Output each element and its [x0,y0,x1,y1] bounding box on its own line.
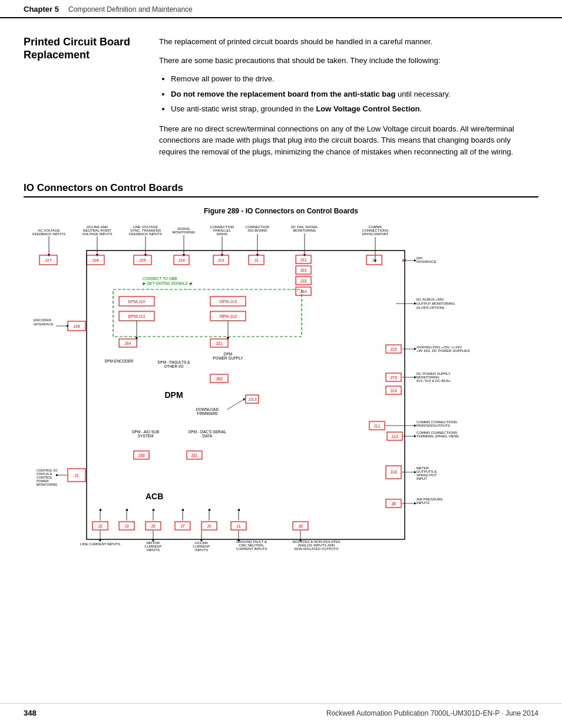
svg-text:DOWNLOAD: DOWNLOAD [196,407,219,411]
bullet-list: Remove all power to the drive. Do not re… [171,73,538,115]
svg-text:PRINTER/OUTPUTS: PRINTER/OUTPUTS [416,424,450,427]
svg-text:J16: J16 [390,470,396,474]
svg-text:(N OPS OPTION): (N OPS OPTION) [416,306,444,309]
svg-text:J30: J30 [138,453,144,457]
svg-text:DPM - DAC'S SERIAL: DPM - DAC'S SERIAL [189,430,227,434]
svg-text:CURRENT INPUTS: CURRENT INPUTS [236,547,267,551]
svg-text:J6: J6 [402,258,406,262]
svg-text:J11: J11 [373,424,380,428]
svg-text:XIO BOARD: XIO BOARD [247,229,267,232]
svg-text:J3: J3 [372,258,376,262]
svg-text:DRIVE: DRIVE [217,232,227,236]
svg-text:J28: J28 [73,324,80,328]
svg-text:INPUT: INPUT [416,477,427,480]
svg-text:J64: J64 [124,341,131,345]
svg-line-97 [227,399,244,410]
main-content: Printed Circuit Board Replacement The re… [0,18,562,182]
svg-text:DPM-J11: DPM-J11 [128,314,145,318]
svg-text:J14: J14 [390,388,396,393]
svg-text:DPM-J12: DPM-J12 [219,314,236,318]
footer-publication: Rockwell Automation Publication 7000L-UM… [326,709,538,717]
svg-text:DPM-ENCODER: DPM-ENCODER [104,359,133,363]
svg-text:J9: J9 [298,524,303,528]
bullet-2: Do not remove the replacement board from… [171,88,538,100]
svg-text:SYSTEM: SYSTEM [138,434,154,438]
svg-text:INPUTS: INPUTS [195,548,208,551]
svg-text:J23: J23 [217,258,224,262]
io-section: IO Connectors on Control Boards Figure 2… [0,182,562,569]
svg-text:J73: J73 [390,375,396,380]
svg-text:DATA: DATA [203,434,213,438]
bullet-3: Use anti-static wrist strap, grounded in… [171,103,538,115]
svg-text:J12: J12 [391,434,398,439]
io-diagram: AC VOLTAGE FEEDBACK INPUTS OCLINK AND NE… [28,221,534,551]
svg-text:DPM: DPM [224,352,232,356]
left-column: Printed Circuit Board Replacement [24,36,141,164]
svg-text:J7: J7 [180,524,185,528]
svg-text:J3: J3 [124,524,129,528]
svg-text:DPM - FASULTS &: DPM - FASULTS & [158,360,190,364]
section-heading: Printed Circuit Board Replacement [24,36,141,61]
svg-text:FEEDBACK INPUTS: FEEDBACK INPUTS [32,232,65,236]
svg-text:J82: J82 [216,377,222,381]
svg-text:J2: J2 [254,258,259,262]
body-para-1: The replacement of printed circuit board… [159,36,538,48]
header-chapter: Chapter 5 [24,5,59,14]
page-footer: 348 Rockwell Automation Publication 7000… [0,703,562,722]
svg-text:FIRMWARE: FIRMWARE [197,411,218,416]
svg-text:DC ACBUS +58V: DC ACBUS +58V [416,298,444,301]
page-container: Chapter 5 Component Definition and Maint… [0,0,562,728]
svg-text:VOLTAGE INPUTS: VOLTAGE INPUTS [82,232,112,236]
svg-text:MONITORING: MONITORING [37,483,58,486]
right-column: The replacement of printed circuit board… [159,36,538,164]
svg-text:DPM - AIO SUB: DPM - AIO SUB [132,430,159,434]
svg-text:NON-ISOLATED OUTPUTS: NON-ISOLATED OUTPUTS [295,547,339,551]
svg-text:OTHER I/O: OTHER I/O [164,364,183,368]
svg-text:J313: J313 [248,397,256,401]
svg-text:J15: J15 [390,347,396,351]
svg-text:FEEDBACK INPUTS: FEEDBACK INPUTS [129,232,162,236]
svg-text:POWER SUPPLY: POWER SUPPLY [213,356,243,360]
svg-text:+9V DIG, DC POWER SUPPLIES: +9V DIG, DC POWER SUPPLIES [416,349,470,353]
svg-text:J2: J2 [98,524,103,528]
page-header: Chapter 5 Component Definition and Maint… [0,0,562,18]
svg-text:J24: J24 [178,258,184,262]
header-title: Component Definition and Maintenance [68,5,193,14]
svg-text:J1: J1 [236,524,241,528]
svg-text:J84: J84 [300,289,306,294]
svg-text:J26: J26 [92,258,98,262]
svg-text:TERMINAL (PANEL VIEW): TERMINAL (PANEL VIEW) [416,434,459,438]
svg-text:J1: J1 [74,473,79,477]
svg-text:INTERFACE: INTERFACE [34,322,54,326]
io-section-heading: IO Connectors on Control Boards [24,182,538,197]
svg-text:DPM-J10: DPM-J10 [128,299,145,304]
svg-text:J21: J21 [216,341,222,345]
svg-text:DPM: DPM [164,390,183,400]
svg-text:INPUTS: INPUTS [147,548,160,551]
svg-text:J18: J18 [300,279,306,283]
svg-text:ACB: ACB [146,492,163,501]
svg-text:J21: J21 [300,258,306,262]
svg-text:INPUTS: INPUTS [416,501,429,505]
svg-text:OUTPUT MONITORING: OUTPUT MONITORING [416,302,455,305]
svg-text:J31: J31 [191,453,197,457]
svg-text:J5: J5 [151,524,156,528]
figure-caption: Figure 289 - IO Connectors on Control Bo… [24,207,538,215]
svg-text:LINE CURRENT INPUTS: LINE CURRENT INPUTS [80,542,120,546]
svg-text:MONITORING: MONITORING [293,229,316,232]
svg-text:CONNECT TO OBB: CONNECT TO OBB [143,276,177,281]
footer-page-number: 348 [24,709,37,717]
body-para-2: There are some basic precautions that sh… [159,55,538,67]
bullet-1: Remove all power to the drive. [171,73,538,85]
svg-text:INTERFACE: INTERFACE [416,260,437,263]
svg-text:MONITORING: MONITORING [173,230,196,234]
svg-text:J27: J27 [45,258,51,262]
svg-text:5V1, 5V2 & DC-BUS+: 5V1, 5V2 & DC-BUS+ [416,379,451,383]
svg-text:J25: J25 [139,258,146,262]
svg-text:DPI/SCANPORT: DPI/SCANPORT [362,232,389,236]
svg-text:J8: J8 [391,502,396,506]
svg-text:▶ GET GATING SIGNALS ◀: ▶ GET GATING SIGNALS ◀ [142,281,193,285]
svg-text:J63: J63 [300,268,306,272]
svg-text:J6: J6 [207,524,211,528]
body-para-3: There are no direct screw/terminal conne… [159,123,538,158]
